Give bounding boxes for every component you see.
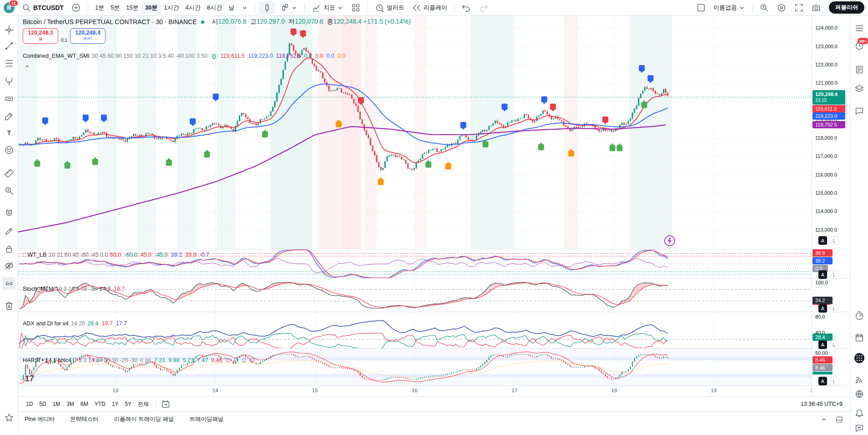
interval-15분[interactable]: 15분 [123, 2, 141, 13]
indicator-legend-adx[interactable]: ADX and DI for v414 2028.419.717.7 [23, 320, 130, 327]
auto-scale-button[interactable]: A [818, 236, 827, 245]
sell-button[interactable]: 120,248.3 셀 [23, 28, 58, 44]
indicator-legend-wt[interactable]: :: WT_LB10 21 60 45 -60 -45 0.060.0-60.0… [23, 252, 212, 258]
signal-panel-button[interactable] [853, 373, 866, 386]
measure-tool[interactable] [3, 167, 15, 180]
magnet-tool[interactable] [3, 207, 15, 220]
text-tool[interactable]: T [3, 126, 15, 139]
log-scale-button[interactable]: L [830, 304, 838, 313]
fib-retracement-tool[interactable] [3, 57, 15, 70]
alerts-panel-button[interactable]: 99+ [853, 40, 866, 52]
range-3M[interactable]: 3M [63, 400, 77, 409]
fullscreen-button[interactable] [791, 1, 807, 14]
layout-name-menu[interactable]: 이름없음 [710, 2, 748, 13]
news-panel-button[interactable] [853, 63, 866, 76]
interval-1시간[interactable]: 1시간 [161, 2, 182, 13]
price-scale[interactable]: 124,000.0123,000.0122,000.0121,000.0120,… [812, 15, 850, 249]
chart-style-candles-button[interactable] [259, 1, 275, 14]
interval-menu-caret[interactable] [238, 3, 251, 12]
undo-button[interactable] [458, 1, 474, 14]
range-1M[interactable]: 1M [50, 400, 64, 409]
calendar-panel-button[interactable] [853, 331, 866, 344]
interval-1분[interactable]: 1분 [92, 2, 107, 13]
help-panel-button[interactable] [853, 422, 866, 435]
panel-expand-icon[interactable] [821, 416, 827, 423]
long-position-tool[interactable] [3, 92, 15, 105]
auto-scale-button[interactable]: A [818, 304, 827, 313]
footer-tab-2[interactable]: 리플레이 트레이딩 패널 [114, 415, 174, 423]
alert-button[interactable]: 얼러트 [372, 1, 408, 14]
harsi-plot[interactable]: HARSI • 14 1 ohlc47 3 3 14 80 20 30 -20 … [18, 349, 812, 385]
chart-style-menu-button[interactable] [276, 1, 301, 14]
goto-date-button[interactable] [156, 399, 171, 409]
legend-collapse-button[interactable] [24, 63, 33, 70]
settings-button[interactable] [773, 1, 790, 14]
apps-panel-button[interactable] [853, 352, 866, 364]
adx-scale[interactable]: 80.040.028.4AL [812, 312, 850, 348]
bell-panel-button[interactable] [853, 406, 866, 419]
interval-날[interactable]: 날 [225, 2, 237, 13]
redo-button[interactable] [475, 1, 492, 14]
indicator-legend-main[interactable]: Combined_EMA_WT_SMI 30 45 60 90 150 10 2… [23, 53, 348, 59]
adx-plot[interactable]: ADX and DI for v414 2028.419.717.7 [18, 312, 812, 348]
watchlist-panel-button[interactable] [853, 22, 866, 35]
emoji-tool[interactable] [3, 144, 15, 157]
interval-4시간[interactable]: 4시간 [182, 2, 204, 13]
globe-panel-button[interactable] [853, 388, 866, 400]
layout-grid-button[interactable] [348, 1, 364, 14]
user-avatar[interactable]: B 11 [4, 2, 15, 13]
quantity-value[interactable]: 0.1 [61, 38, 67, 44]
wt-scale[interactable]: 39.939.20.0AL [812, 249, 850, 278]
range-YTD[interactable]: YTD [91, 400, 109, 409]
indicator-legend-stoch[interactable]: Stoch_MTM10 3 10 5 38 -3824.219.7 [23, 286, 128, 292]
interval-30분[interactable]: 30분 [142, 2, 161, 13]
log-scale-button[interactable]: L [830, 340, 838, 349]
favorites-star-tool[interactable] [3, 411, 15, 424]
time-axis[interactable]: 1314151617181920 [18, 386, 850, 397]
symbol-search-button[interactable]: BTCUSDT [18, 1, 67, 14]
pitchfork-tool[interactable] [3, 75, 15, 87]
publish-button[interactable]: 퍼블리쉬 [829, 1, 864, 14]
footer-tab-3[interactable]: 트레이딩패널 [189, 415, 223, 423]
indicator-legend-harsi[interactable]: HARSI • 14 1 ohlc47 3 3 14 80 20 30 -20 … [23, 357, 258, 364]
main-chart-plot[interactable]: Bitcoin / TetherUS PERPETUAL CONTRACT · … [18, 15, 812, 249]
chat-panel-button[interactable] [853, 105, 866, 117]
buy-button[interactable]: 120,248.4 바이 [70, 28, 106, 44]
hide-tool[interactable] [3, 259, 15, 272]
auto-scale-button[interactable]: A [818, 340, 827, 349]
clock-timezone[interactable]: 13:36:45 UTC+9 [801, 401, 845, 407]
auto-scale-button[interactable]: A [818, 270, 827, 279]
range-6M[interactable]: 6M [77, 400, 91, 409]
auto-scale-button[interactable]: A [818, 377, 827, 385]
interval-8시간[interactable]: 8시간 [204, 2, 225, 13]
footer-tab-1[interactable]: 전략테스터 [70, 415, 99, 423]
zoom-in-tool[interactable] [3, 184, 15, 197]
brush-tool[interactable] [3, 110, 15, 122]
draw-tool[interactable] [3, 225, 15, 238]
range-5Y[interactable]: 5Y [121, 400, 135, 409]
link-tool[interactable] [3, 277, 15, 290]
layers-panel-button[interactable] [853, 83, 866, 96]
wt-plot[interactable]: :: WT_LB10 21 60 45 -60 -45 0.060.0-60.0… [18, 249, 812, 278]
main-chart-canvas[interactable] [18, 15, 812, 249]
snapshot-button[interactable] [808, 1, 824, 14]
symbol-legend[interactable]: Bitcoin / TetherUS PERPETUAL CONTRACT · … [23, 18, 411, 26]
quick-search-button[interactable] [756, 1, 772, 14]
log-scale-button[interactable]: L [830, 236, 838, 245]
source-code-icon[interactable]: {} [210, 53, 218, 59]
replay-button[interactable]: 리플레이 [409, 1, 450, 14]
trend-line-tool[interactable] [3, 40, 15, 52]
log-scale-button[interactable]: L [830, 377, 838, 385]
stoch-scale[interactable]: 100.024.2AL [812, 278, 850, 312]
trash-tool[interactable] [3, 299, 15, 312]
range-5D[interactable]: 5D [36, 400, 49, 409]
log-scale-button[interactable]: L [830, 270, 838, 279]
panel-restore-icon[interactable] [835, 415, 843, 424]
compare-add-button[interactable] [68, 1, 84, 14]
range-1Y[interactable]: 1Y [109, 400, 122, 409]
range-전체[interactable]: 전체 [135, 399, 152, 410]
harsi-scale[interactable]: 50.008.468.46AL [812, 349, 850, 385]
footer-tab-0[interactable]: Pine 에디터 [25, 415, 55, 423]
stoch-plot[interactable]: Stoch_MTM10 3 10 5 38 -3824.219.7 [18, 278, 812, 312]
indicators-button[interactable]: 지표 [308, 1, 347, 14]
